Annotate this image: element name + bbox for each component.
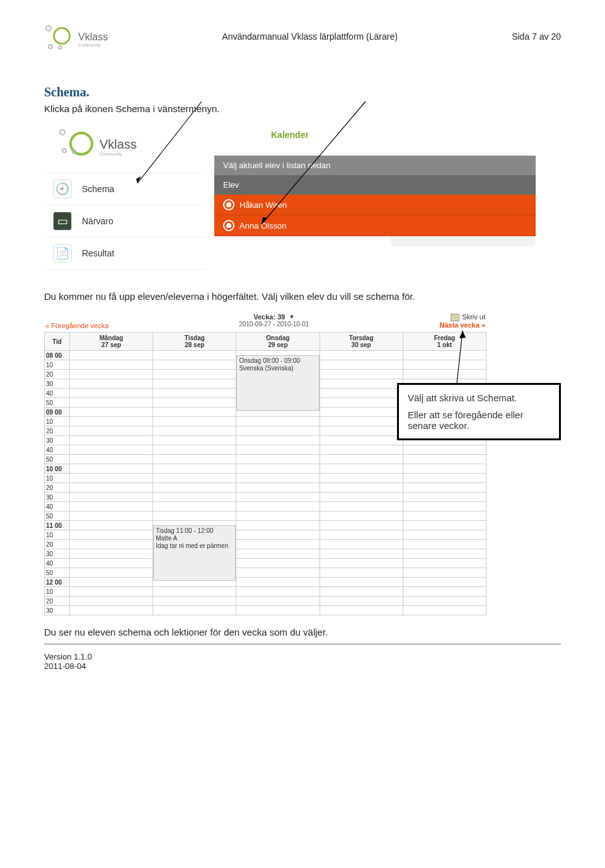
- time-label: 10: [45, 474, 70, 483]
- schedule-cell: [153, 436, 236, 445]
- schedule-cell: [70, 530, 153, 540]
- schedule-cell: [320, 606, 403, 615]
- schedule-cell: [403, 502, 486, 511]
- time-label: 50: [45, 398, 70, 408]
- schedule-cell: [403, 370, 486, 379]
- schedule-cell: [153, 511, 236, 521]
- document-icon: 📄: [53, 244, 72, 263]
- elev-header-bar: Elev: [214, 175, 536, 195]
- elev-row-2[interactable]: Anna Olsson: [214, 215, 536, 236]
- logo-subtext: Community: [78, 43, 108, 47]
- schedule-cell: [236, 540, 320, 549]
- logo-text: Vklass: [100, 137, 137, 152]
- schedule-cell: [70, 417, 153, 426]
- footer-version: Version 1.1.0: [44, 652, 561, 661]
- time-label: 20: [45, 540, 70, 549]
- logo-subtext: Community: [100, 152, 137, 156]
- schedule-cell: [153, 502, 236, 511]
- schedule-cell: [153, 360, 236, 370]
- schedule-cell: [70, 578, 153, 587]
- schedule-cell: [70, 511, 153, 521]
- schedule-cell: [320, 408, 403, 417]
- schedule-cell: [320, 417, 403, 426]
- schedule-cell: [236, 455, 320, 464]
- time-label: 10: [45, 530, 70, 540]
- time-label: 50: [45, 568, 70, 578]
- schedule-cell: [70, 597, 153, 606]
- schedule-cell: [153, 379, 236, 389]
- schedule-cell: [153, 455, 236, 464]
- callout-line1: Välj att skriva ut Schemat.: [408, 392, 550, 403]
- time-label: 08 00: [45, 351, 70, 360]
- schedule-cell: [320, 502, 403, 511]
- schedule-cell: [70, 587, 153, 597]
- col-day: Måndag27 sep: [70, 333, 153, 351]
- col-tid: Tid: [45, 333, 70, 351]
- lesson-block[interactable]: Onsdag 08:00 - 09:00Svenska (Svenska): [236, 355, 319, 411]
- schedule-cell: [403, 464, 486, 474]
- time-label: 10: [45, 360, 70, 370]
- schedule-cell: [403, 521, 486, 530]
- schedule-cell: [236, 549, 320, 559]
- time-label: 50: [45, 455, 70, 464]
- print-link[interactable]: Skriv ut: [439, 313, 485, 321]
- vklass-logo-icon: [58, 129, 96, 164]
- schedule-cell: [320, 540, 403, 549]
- schedule-cell: [236, 445, 320, 455]
- sidebar-item-label: Schema: [82, 184, 114, 194]
- sidebar-item-schema[interactable]: 🕘 Schema: [44, 173, 205, 205]
- next-week-link[interactable]: Nästa vecka »: [439, 321, 485, 329]
- bottom-text: Du ser nu eleven schema och lektioner fö…: [44, 627, 561, 637]
- schedule-cell: [70, 549, 153, 559]
- sidebar-item-resultat[interactable]: 📄 Resultat: [44, 237, 205, 270]
- sidebar-item-narvaro[interactable]: ▭ Närvaro: [44, 205, 205, 237]
- schedule-cell: [320, 436, 403, 445]
- week-selector[interactable]: Vecka: 39▼ 2010-09-27 - 2010-10-01: [239, 313, 309, 328]
- callout-box: Välj att skriva ut Schemat. Eller att se…: [397, 383, 561, 440]
- schedule-cell: [403, 597, 486, 606]
- schedule-cell: [153, 597, 236, 606]
- schedule-cell: [236, 426, 320, 436]
- time-label: 30: [45, 493, 70, 502]
- time-label: 09 00: [45, 408, 70, 417]
- time-label: 20: [45, 483, 70, 493]
- page-header: Vklass Community Användarmanual Vklass l…: [44, 25, 561, 54]
- vklass-logo-icon: [44, 25, 76, 54]
- intro-text: Klicka på ikonen Schema i vänstermenyn.: [44, 103, 561, 114]
- schedule-cell: [320, 351, 403, 360]
- schedule-cell: [70, 540, 153, 549]
- schedule-cell: [403, 493, 486, 502]
- schedule-cell: [320, 587, 403, 597]
- schedule-cell: [236, 483, 320, 493]
- elev-row-1[interactable]: Håkan Wiren: [214, 195, 536, 215]
- schedule-cell: [320, 455, 403, 464]
- schedule-cell: [403, 483, 486, 493]
- time-label: 30: [45, 379, 70, 389]
- kalender-link[interactable]: Kalender: [214, 120, 536, 156]
- lesson-block[interactable]: Tisdag 11:00 - 12:00Matte AIdag tar ni m…: [153, 525, 236, 581]
- prev-week-link[interactable]: « Föregående vecka: [45, 322, 108, 329]
- schedule-cell: [153, 389, 236, 398]
- schedule-cell: [320, 379, 403, 389]
- schedule-cell: [320, 578, 403, 587]
- schedule-cell: [403, 445, 486, 455]
- time-label: 40: [45, 389, 70, 398]
- schedule-cell: [320, 389, 403, 398]
- col-day: Torsdag30 sep: [320, 333, 403, 351]
- schedule-cell: [236, 530, 320, 540]
- schedule-cell: [70, 436, 153, 445]
- schedule-cell: [320, 549, 403, 559]
- schedule-cell: [236, 474, 320, 483]
- chalkboard-icon: ▭: [53, 212, 72, 231]
- schedule-cell: [153, 445, 236, 455]
- time-label: 12 00: [45, 578, 70, 587]
- schedule-cell: [70, 474, 153, 483]
- schedule-cell: [320, 426, 403, 436]
- time-label: 30: [45, 606, 70, 615]
- time-label: 50: [45, 511, 70, 521]
- schedule-cell: [153, 426, 236, 436]
- schedule-cell: [320, 398, 403, 408]
- instruction-bar: Välj aktuell elev i listan nedan: [214, 156, 536, 175]
- schedule-cell: [403, 360, 486, 370]
- sidebar-item-label: Resultat: [82, 248, 114, 258]
